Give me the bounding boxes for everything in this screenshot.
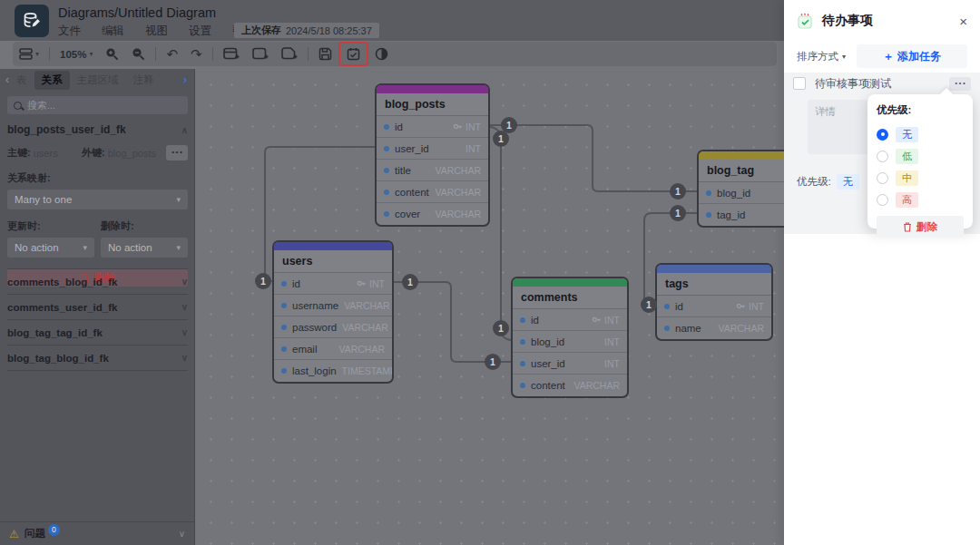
- primary-key-icon: [357, 278, 367, 288]
- priority-option-mid[interactable]: 中: [877, 167, 964, 189]
- primary-key-value: users: [34, 148, 58, 159]
- zoom-level-dropdown[interactable]: 105% ▾: [54, 42, 99, 66]
- menu-settings[interactable]: 设置: [189, 24, 211, 39]
- tab-relations[interactable]: 关系: [34, 71, 70, 90]
- cardinality-badge: 1: [255, 273, 271, 289]
- menu-edit[interactable]: 编辑: [102, 24, 124, 39]
- priority-option-high[interactable]: 高: [877, 189, 964, 210]
- task-item[interactable]: 待审核事项测试 • • •: [784, 73, 980, 94]
- sort-dropdown[interactable]: 排序方式 ▾: [797, 50, 846, 63]
- table-field[interactable]: usernameVARCHAR: [274, 295, 392, 316]
- field-name: id: [675, 301, 683, 312]
- table-field[interactable]: id INT: [377, 116, 488, 138]
- table-field[interactable]: id INT: [513, 309, 627, 331]
- task-more-button[interactable]: • • •: [949, 77, 971, 91]
- diagram-canvas[interactable]: blog_posts id INT user_idINT titleVARCHA…: [195, 69, 784, 545]
- field-type: VARCHAR: [344, 300, 390, 311]
- relationship-item-collapsed[interactable]: blog_tag_tag_id_fk ∨: [7, 320, 188, 345]
- table-field[interactable]: passwordVARCHAR: [274, 316, 392, 338]
- contrast-icon: [375, 47, 388, 61]
- table-field[interactable]: contentVARCHAR: [513, 375, 627, 396]
- radio-icon[interactable]: [877, 151, 888, 162]
- cardinality-badge: 1: [641, 297, 657, 313]
- field-type: INT: [736, 301, 764, 312]
- relationship-more-button[interactable]: • • •: [166, 145, 188, 161]
- on-update-value: No action: [15, 242, 59, 253]
- table-users[interactable]: users id INT usernameVARCHAR passwordVAR…: [272, 240, 394, 384]
- table-field[interactable]: last_loginTIMESTAMP: [274, 360, 392, 382]
- todo-list-button[interactable]: [338, 42, 368, 66]
- delete-task-button[interactable]: 删除: [877, 216, 964, 238]
- theme-toggle-button[interactable]: [368, 42, 395, 66]
- add-table-button[interactable]: [217, 42, 246, 66]
- tab-tables[interactable]: 表: [9, 71, 34, 90]
- table-field[interactable]: blog_idINT: [513, 331, 627, 353]
- table-field[interactable]: blog_id: [699, 182, 784, 204]
- table-field[interactable]: emailVARCHAR: [274, 338, 392, 360]
- radio-selected-icon[interactable]: [877, 129, 888, 141]
- relationship-accordion-header[interactable]: blog_posts_user_id_fk ∧: [7, 120, 188, 140]
- zoom-out-icon: [132, 47, 145, 61]
- field-type: INT: [604, 336, 620, 347]
- table-field[interactable]: contentVARCHAR: [377, 181, 488, 203]
- field-name: last_login: [292, 365, 337, 376]
- table-name: blog_posts: [377, 93, 488, 116]
- relationship-item-collapsed[interactable]: blog_tag_blog_id_fk ∨: [7, 345, 188, 371]
- table-field[interactable]: titleVARCHAR: [377, 160, 488, 181]
- table-field[interactable]: user_idINT: [513, 353, 627, 375]
- add-note-button[interactable]: [275, 42, 304, 66]
- menu-file[interactable]: 文件: [58, 24, 81, 39]
- wire-blogposts-blogtag: [490, 125, 697, 191]
- zoom-out-button[interactable]: [125, 42, 152, 66]
- table-field[interactable]: coverVARCHAR: [377, 203, 488, 225]
- layout-style-button[interactable]: ▾: [13, 42, 45, 66]
- tab-areas[interactable]: 主题区域: [70, 71, 126, 90]
- table-blog-tag[interactable]: blog_tag blog_id tag_id: [697, 150, 784, 228]
- add-area-button[interactable]: [246, 42, 275, 66]
- todo-panel-title: 待办事项: [822, 13, 873, 29]
- field-name: email: [292, 344, 317, 355]
- tab-notes[interactable]: 注释: [126, 71, 162, 90]
- priority-option-low[interactable]: 低: [877, 145, 964, 167]
- save-button[interactable]: [312, 42, 338, 66]
- table-name: blog_tag: [699, 160, 784, 182]
- field-dot-icon: [520, 361, 525, 366]
- undo-button[interactable]: ↶: [160, 42, 184, 66]
- caret-down-icon: ▾: [176, 195, 181, 204]
- mapping-select[interactable]: Many to one ▾: [7, 190, 188, 209]
- on-update-select[interactable]: No action ▾: [7, 238, 94, 258]
- todo-panel-header: 待办事项 ×: [784, 0, 980, 42]
- table-field[interactable]: user_idINT: [377, 138, 488, 160]
- table-tags[interactable]: tags id INT nameVARCHAR: [655, 263, 773, 341]
- radio-icon[interactable]: [877, 172, 888, 184]
- relationship-item-name: blog_tag_blog_id_fk: [7, 353, 109, 364]
- zoom-in-button[interactable]: [99, 42, 125, 66]
- search-input[interactable]: 搜索...: [7, 96, 188, 114]
- table-accent-bar: [274, 242, 392, 250]
- save-icon: [318, 47, 332, 61]
- field-type: INT: [604, 358, 620, 369]
- radio-icon[interactable]: [877, 194, 888, 206]
- table-blog-posts[interactable]: blog_posts id INT user_idINT titleVARCHA…: [375, 83, 490, 227]
- redo-button[interactable]: ↷: [184, 42, 209, 66]
- cardinality-badge: 1: [670, 205, 686, 221]
- relationship-item-collapsed[interactable]: comments_user_id_fk ∨: [7, 295, 188, 320]
- table-field[interactable]: nameVARCHAR: [657, 317, 771, 339]
- add-task-button[interactable]: ＋ 添加任务: [857, 44, 967, 68]
- table-field[interactable]: tag_id: [699, 204, 784, 226]
- table-field[interactable]: id INT: [274, 273, 392, 295]
- priority-badge: 中: [896, 170, 918, 186]
- toolbar-divider: [49, 47, 50, 61]
- on-delete-select[interactable]: No action ▾: [101, 238, 188, 258]
- task-checkbox[interactable]: [793, 77, 806, 90]
- tabs-scroll-right-icon[interactable]: ›: [183, 73, 187, 86]
- table-comments[interactable]: comments id INT blog_idINT user_idINT co…: [511, 277, 629, 398]
- relationship-item-collapsed[interactable]: comments_blog_id_fk ∨: [7, 269, 188, 295]
- issues-bar[interactable]: ⚠ 问题 0 ∨: [0, 521, 194, 545]
- caret-down-icon: ▾: [83, 243, 87, 252]
- table-field[interactable]: id INT: [657, 296, 771, 317]
- priority-label: 优先级:: [797, 175, 831, 189]
- close-icon[interactable]: ×: [959, 14, 967, 29]
- menu-view[interactable]: 视图: [145, 24, 168, 39]
- priority-option-none[interactable]: 无: [877, 123, 964, 145]
